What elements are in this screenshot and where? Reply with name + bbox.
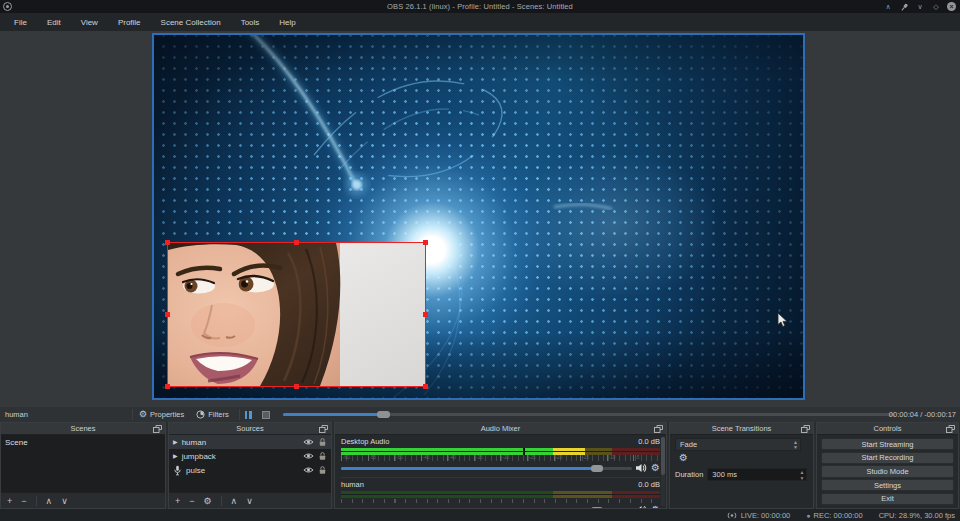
source-down-button[interactable]: ∨ bbox=[246, 496, 253, 506]
volume-meter bbox=[341, 448, 660, 455]
source-properties-button[interactable]: ⚙ bbox=[204, 496, 212, 506]
menu-help[interactable]: Help bbox=[269, 15, 305, 30]
live-status: LIVE: 00:00:00 bbox=[726, 511, 791, 520]
media-seek-slider[interactable] bbox=[283, 413, 895, 416]
mixer-scrollbar[interactable] bbox=[661, 437, 665, 506]
remove-source-button[interactable]: − bbox=[189, 496, 194, 506]
media-timestamp: 00:00:04 / -00:00:17 bbox=[889, 410, 956, 419]
audio-mixer-header[interactable]: Audio Mixer bbox=[335, 423, 666, 435]
controls-panel: Controls Start Streaming Start Recording… bbox=[816, 422, 959, 509]
speaker-icon[interactable] bbox=[636, 463, 647, 473]
stop-button[interactable] bbox=[262, 411, 270, 419]
mixer-channel-human: human 0.0 dB ⚙ bbox=[341, 477, 660, 508]
scenes-toolbar: + − ∧ ∨ bbox=[1, 492, 165, 508]
start-streaming-button[interactable]: Start Streaming bbox=[821, 438, 954, 450]
sources-panel: Sources ▶ human ▶ jumpback bbox=[168, 422, 332, 509]
channel-gear-icon[interactable]: ⚙ bbox=[651, 505, 660, 508]
combo-arrows-icon[interactable]: ▲▼ bbox=[793, 440, 798, 450]
lock-icon[interactable] bbox=[318, 465, 327, 475]
transition-gear-icon[interactable]: ⚙ bbox=[679, 451, 688, 464]
visibility-eye-icon[interactable] bbox=[303, 452, 314, 460]
visibility-eye-icon[interactable] bbox=[303, 438, 314, 446]
source-row-jumpback[interactable]: ▶ jumpback bbox=[169, 449, 331, 463]
keep-above-icon[interactable]: ∧ bbox=[883, 2, 893, 12]
gear-icon: ⚙ bbox=[139, 410, 147, 419]
scene-item[interactable]: Scene bbox=[1, 435, 165, 450]
settings-button[interactable]: Settings bbox=[821, 479, 954, 491]
add-scene-button[interactable]: + bbox=[7, 496, 12, 506]
popout-icon[interactable] bbox=[801, 425, 810, 433]
transitions-header[interactable]: Scene Transitions bbox=[670, 423, 813, 435]
menu-edit[interactable]: Edit bbox=[37, 15, 71, 30]
filters-button[interactable]: Filters bbox=[190, 410, 234, 419]
media-source-icon: ▶ bbox=[173, 453, 178, 459]
menu-view[interactable]: View bbox=[71, 15, 108, 30]
popout-icon[interactable] bbox=[946, 425, 955, 433]
minimize-icon[interactable]: ∨ bbox=[915, 2, 925, 12]
scenes-list[interactable]: Scene bbox=[1, 435, 165, 492]
channel-gear-icon[interactable]: ⚙ bbox=[651, 463, 660, 473]
duration-spinbox[interactable]: 300 ms ▲▼ bbox=[707, 468, 807, 481]
speaker-icon[interactable] bbox=[636, 505, 647, 508]
toolbar-separator bbox=[221, 496, 222, 506]
studio-mode-button[interactable]: Studio Mode bbox=[821, 465, 954, 477]
toolbar-separator bbox=[36, 496, 37, 506]
lock-icon[interactable] bbox=[318, 437, 327, 447]
menu-scene-collection[interactable]: Scene Collection bbox=[151, 15, 231, 30]
resize-handle-bottom-mid[interactable] bbox=[294, 384, 299, 389]
seek-knob[interactable] bbox=[377, 411, 390, 418]
source-up-button[interactable]: ∧ bbox=[231, 496, 238, 506]
sources-header[interactable]: Sources bbox=[169, 423, 331, 435]
channel-name: human bbox=[341, 480, 364, 490]
sources-list[interactable]: ▶ human ▶ jumpback bbox=[169, 435, 331, 492]
remove-scene-button[interactable]: − bbox=[21, 496, 26, 506]
source-row-pulse[interactable]: pulse bbox=[169, 463, 331, 477]
spinbox-arrows-icon[interactable]: ▲▼ bbox=[799, 469, 804, 481]
start-recording-button[interactable]: Start Recording bbox=[821, 452, 954, 464]
resize-handle-mid-right[interactable] bbox=[423, 312, 428, 317]
lock-icon[interactable] bbox=[318, 451, 327, 461]
menu-file[interactable]: File bbox=[4, 15, 37, 30]
pause-button[interactable] bbox=[240, 411, 257, 419]
sources-toolbar: + − ⚙ ∧ ∨ bbox=[169, 492, 331, 508]
resize-handle-mid-left[interactable] bbox=[165, 312, 170, 317]
mouse-cursor bbox=[777, 313, 789, 328]
record-dot-icon: ● bbox=[806, 512, 810, 519]
resize-handle-bottom-left[interactable] bbox=[165, 384, 170, 389]
exit-button[interactable]: Exit bbox=[821, 493, 954, 505]
menu-tools[interactable]: Tools bbox=[231, 15, 270, 30]
source-toolbar: human ⚙ Properties Filters 00:00:04 / -0… bbox=[0, 407, 960, 422]
preview-canvas[interactable] bbox=[152, 33, 805, 400]
pin-icon[interactable] bbox=[899, 2, 909, 12]
close-icon[interactable]: × bbox=[947, 2, 956, 11]
mic-icon bbox=[173, 465, 182, 476]
resize-handle-bottom-right[interactable] bbox=[423, 384, 428, 389]
channel-name: Desktop Audio bbox=[341, 437, 389, 447]
resize-handle-top-left[interactable] bbox=[165, 240, 170, 245]
mixer-body: Desktop Audio 0.0 dB -60-55-50-45-40-35-… bbox=[335, 435, 666, 508]
scenes-header[interactable]: Scenes bbox=[1, 423, 165, 435]
visibility-eye-icon[interactable] bbox=[303, 466, 314, 474]
channel-db: 0.0 dB bbox=[638, 480, 660, 490]
menu-profile[interactable]: Profile bbox=[108, 15, 151, 30]
controls-header[interactable]: Controls bbox=[817, 423, 958, 435]
scene-up-button[interactable]: ∧ bbox=[46, 496, 53, 506]
popout-icon[interactable] bbox=[319, 425, 328, 433]
properties-button[interactable]: ⚙ Properties bbox=[133, 410, 190, 419]
popout-icon[interactable] bbox=[153, 425, 162, 433]
scene-down-button[interactable]: ∨ bbox=[61, 496, 68, 506]
menu-bar: File Edit View Profile Scene Collection … bbox=[0, 13, 960, 31]
resize-handle-top-mid[interactable] bbox=[294, 240, 299, 245]
source-row-human[interactable]: ▶ human bbox=[169, 435, 331, 449]
filters-icon bbox=[196, 410, 205, 419]
volume-slider[interactable] bbox=[341, 467, 632, 470]
resize-handle-top-right[interactable] bbox=[423, 240, 428, 245]
popout-icon[interactable] bbox=[654, 425, 663, 433]
rec-status: ● REC: 00:00:00 bbox=[806, 511, 862, 520]
transition-select[interactable]: Fade ▲▼ bbox=[675, 438, 801, 451]
add-source-button[interactable]: + bbox=[175, 496, 180, 506]
selected-source-human[interactable] bbox=[167, 242, 426, 387]
maximize-icon[interactable]: ◇ bbox=[931, 2, 941, 12]
obs-window: OBS 26.1.1 (linux) - Profile: Untitled -… bbox=[0, 0, 960, 521]
seek-fill bbox=[283, 413, 384, 416]
